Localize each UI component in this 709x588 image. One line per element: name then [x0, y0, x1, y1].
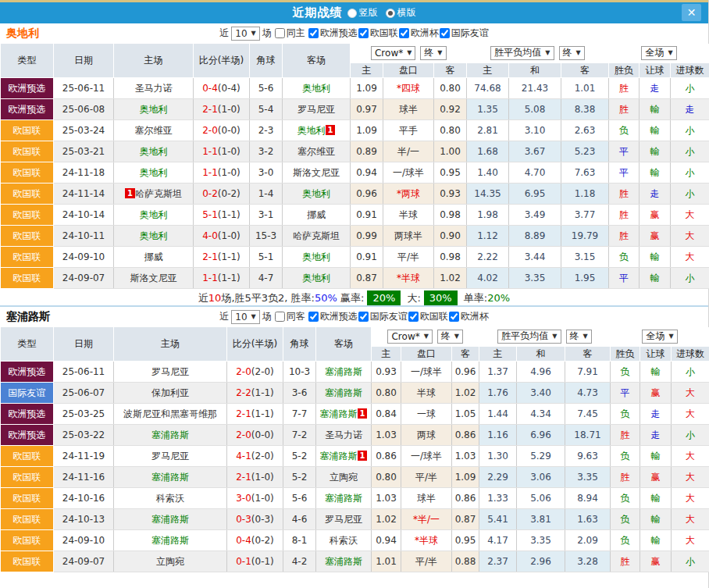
- competition-checkbox[interactable]: [308, 312, 319, 322]
- layout-vertical-option[interactable]: 竖版: [347, 6, 378, 20]
- type-cell: 欧国联: [1, 551, 54, 572]
- section-cyprus: 塞浦路斯 近 10 ▼ 场 同客 欧洲预选国际友谊欧国联欧洲杯: [0, 307, 708, 572]
- same-venue-checkbox[interactable]: [275, 28, 285, 38]
- team-name: 圣马力诺: [135, 83, 173, 94]
- avg-away-cell: 18.71: [565, 425, 611, 446]
- recent-count-select[interactable]: 10 ▼: [231, 27, 259, 41]
- competition-filter[interactable]: 国际友谊: [439, 27, 489, 40]
- score-cell: 1-1(1-0): [194, 141, 250, 162]
- handicap-cell: 平/半: [383, 247, 434, 268]
- close-icon[interactable]: ✕: [682, 4, 701, 21]
- layout-horizontal-option[interactable]: 横版: [386, 6, 416, 20]
- recent-count-select[interactable]: 10 ▼: [231, 310, 259, 324]
- same-venue-checkbox[interactable]: [275, 312, 285, 322]
- team-name: 哈萨克斯坦: [135, 188, 182, 199]
- avg-home-cell: 1.44: [479, 404, 517, 425]
- away-odds-cell: 0.90: [434, 226, 467, 247]
- goals-result-cell: 大: [671, 247, 709, 268]
- col-odds-home: 主: [351, 63, 383, 78]
- home-odds-cell: 1.03: [372, 488, 401, 509]
- goals-result-cell: 大: [672, 404, 709, 425]
- avg-draw-cell: 4.34: [517, 404, 565, 425]
- avg-draw-cell: 5.29: [517, 446, 565, 467]
- avg-type-value: 胜平负均值: [494, 46, 541, 59]
- competition-filter[interactable]: 欧国联: [358, 27, 398, 40]
- scope-select[interactable]: 全场▼: [641, 46, 676, 60]
- radio-vertical-icon[interactable]: [347, 9, 357, 18]
- result-cell: 负: [611, 530, 640, 551]
- radio-horizontal-icon[interactable]: [386, 9, 395, 18]
- avg-away-cell: 1.63: [565, 509, 611, 530]
- competition-filter[interactable]: 欧洲预选: [308, 310, 358, 323]
- competition-filter[interactable]: 国际友谊: [358, 310, 408, 323]
- competition-checkbox[interactable]: [440, 28, 450, 38]
- team-name: 奥地利: [140, 167, 168, 178]
- competition-checkbox[interactable]: [399, 28, 409, 38]
- competition-filter[interactable]: 欧洲预选: [308, 27, 358, 40]
- date-cell: 24-11-16: [54, 467, 114, 488]
- corner-cell: 4-2: [283, 551, 316, 572]
- avg-away-cell: 3.35: [565, 467, 611, 488]
- half-score: (1-1): [218, 209, 240, 220]
- team-name: 奥地利: [140, 104, 168, 115]
- odds-time-select[interactable]: 终▼: [437, 330, 463, 344]
- competition-filter[interactable]: 欧国联: [408, 310, 448, 323]
- half-score: (0-3): [251, 514, 274, 525]
- team-name: 罗马尼亚: [297, 104, 335, 115]
- avg-type-select[interactable]: 胜平负均值▼: [490, 46, 554, 60]
- avg-time-select[interactable]: 终▼: [559, 46, 585, 60]
- competition-filter[interactable]: 欧洲杯: [448, 310, 489, 323]
- corner-cell: 8-1: [283, 530, 316, 551]
- score-cell: 2-1(1-1): [194, 247, 250, 268]
- chevron-down-icon: ▼: [424, 333, 429, 340]
- score-cell: 4-1(2-0): [227, 446, 283, 467]
- type-cell: 欧国联: [1, 247, 54, 268]
- team-name: 奥地利: [302, 83, 330, 94]
- odds-time-select[interactable]: 终▼: [420, 46, 446, 60]
- result-cell: 平: [609, 162, 640, 184]
- handicap-result-cell: 赢: [640, 205, 671, 226]
- team-name: 哈萨克斯坦: [293, 230, 340, 241]
- away-team-cell: 奥地利: [283, 78, 351, 99]
- avg-draw-cell: 3.06: [517, 467, 565, 488]
- avg-type-select[interactable]: 胜平负均值▼: [497, 330, 561, 344]
- away-odds-cell: 0.98: [434, 247, 467, 268]
- filter-bar: 近 10 ▼ 场 同客 欧洲预选国际友谊欧国联欧洲杯: [219, 310, 488, 324]
- avg-time-select[interactable]: 终▼: [566, 330, 592, 344]
- odds-source-value: Crow*: [375, 48, 403, 59]
- avg-home-cell: 1.98: [467, 205, 509, 226]
- away-team-cell: 塞浦路斯1: [316, 446, 372, 467]
- away-odds-cell: 0.92: [434, 99, 467, 120]
- handicap-result-cell: 赢: [640, 226, 671, 247]
- home-team-cell: 挪威: [114, 247, 194, 268]
- home-odds-cell: 0.94: [372, 530, 401, 551]
- type-cell: 欧国联: [1, 509, 54, 530]
- scope-select[interactable]: 全场▼: [642, 330, 677, 344]
- avg-away-cell: 5.23: [561, 141, 609, 162]
- type-cell: 欧国联: [1, 488, 54, 509]
- type-cell: 欧国联: [1, 467, 54, 488]
- odds-source-select[interactable]: Crow*▼: [387, 330, 432, 344]
- avg-away-cell: 4.73: [565, 383, 611, 404]
- col-away: 客场: [283, 44, 351, 78]
- type-cell: 欧国联: [1, 120, 54, 141]
- competition-checkbox[interactable]: [358, 28, 369, 38]
- same-venue-filter[interactable]: 同主: [274, 27, 305, 40]
- date-cell: 24-09-07: [54, 551, 114, 572]
- competition-checkbox[interactable]: [308, 28, 319, 38]
- half-score: (1-0): [218, 104, 240, 115]
- team-name: 奥地利: [140, 209, 168, 220]
- matches-table: 类型 日期 主场 比分(半场) 角球 客场 Crow*▼ 终▼ 胜平负均: [0, 326, 709, 572]
- goals-result-cell: 大: [671, 205, 709, 226]
- match-row: 欧洲预选25-03-22塞浦路斯2-0(0-0)7-2圣马力诺1.03两球0.8…: [1, 425, 709, 446]
- col-home: 主场: [114, 327, 227, 362]
- odds-source-select[interactable]: Crow*▼: [371, 46, 415, 60]
- competition-checkbox[interactable]: [358, 312, 369, 322]
- competition-checkbox[interactable]: [408, 312, 419, 322]
- team-name: 科索沃: [156, 493, 184, 504]
- competition-checkbox[interactable]: [449, 312, 459, 322]
- away-odds-cell: 0.96: [452, 362, 479, 383]
- competition-filter[interactable]: 欧洲杯: [398, 27, 439, 40]
- same-venue-filter[interactable]: 同客: [274, 310, 305, 323]
- col-avg-draw: 和: [517, 347, 565, 362]
